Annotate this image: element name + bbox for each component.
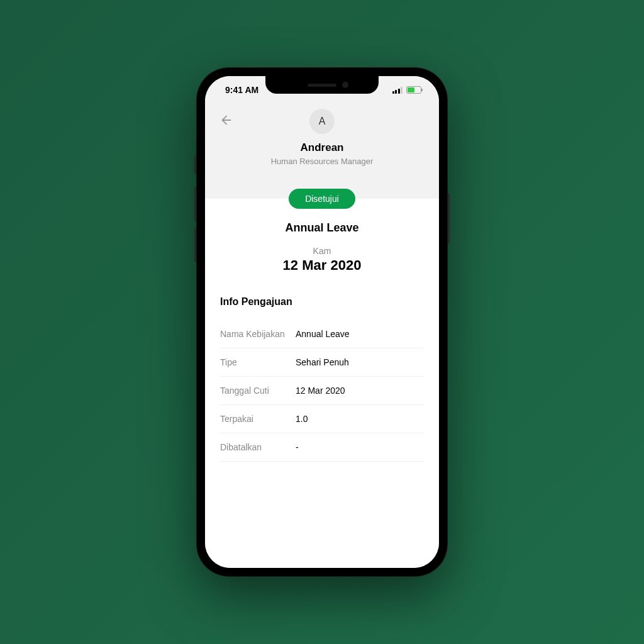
info-label: Tipe (220, 357, 296, 367)
avatar-initial: A (319, 116, 326, 127)
info-label: Terpakai (220, 414, 296, 424)
leave-detail-section: Annual Leave Kam 12 Mar 2020 Info Pengaj… (205, 199, 439, 568)
info-row-cancelled: Dibatalkan - (220, 433, 424, 462)
info-heading: Info Pengajuan (220, 296, 424, 308)
info-value: 12 Mar 2020 (296, 386, 345, 396)
power-button (448, 193, 450, 243)
info-value: Sehari Penuh (296, 357, 349, 367)
speaker-icon (308, 84, 336, 87)
back-arrow-icon (219, 113, 233, 127)
leave-title: Annual Leave (220, 221, 424, 235)
status-time: 9:41 AM (225, 85, 258, 95)
profile-name: Andrean (301, 142, 344, 154)
status-right-cluster (392, 86, 422, 94)
back-button[interactable] (218, 111, 235, 129)
avatar: A (309, 109, 335, 134)
app-content: A Andrean Human Resources Manager Disetu… (205, 104, 439, 568)
phone-device-frame: 9:41 AM A Andrean (196, 67, 448, 577)
profile-role: Human Resources Manager (271, 157, 374, 166)
info-row-date: Tanggal Cuti 12 Mar 2020 (220, 377, 424, 405)
leave-date-block: Kam 12 Mar 2020 (220, 246, 424, 274)
phone-notch (265, 76, 379, 94)
front-camera-icon (342, 82, 348, 88)
battery-icon (406, 86, 421, 94)
info-label: Tanggal Cuti (220, 386, 296, 396)
info-value: - (296, 442, 299, 452)
status-badge: Disetujui (289, 189, 355, 209)
info-value: Annual Leave (296, 329, 350, 339)
info-row-type: Tipe Sehari Penuh (220, 348, 424, 377)
info-label: Dibatalkan (220, 442, 296, 452)
leave-day-short: Kam (220, 246, 424, 256)
info-label: Nama Kebijakan (220, 329, 296, 339)
mute-switch (194, 155, 196, 174)
info-value: 1.0 (296, 414, 308, 424)
signal-icon (392, 87, 403, 94)
phone-screen: 9:41 AM A Andrean (205, 76, 439, 568)
info-row-policy: Nama Kebijakan Annual Leave (220, 320, 424, 348)
profile-block: A Andrean Human Resources Manager (218, 109, 426, 179)
leave-date: 12 Mar 2020 (220, 257, 424, 274)
volume-up-button (194, 187, 196, 221)
info-row-used: Terpakai 1.0 (220, 405, 424, 433)
volume-down-button (194, 228, 196, 262)
profile-header: A Andrean Human Resources Manager Disetu… (205, 104, 439, 199)
